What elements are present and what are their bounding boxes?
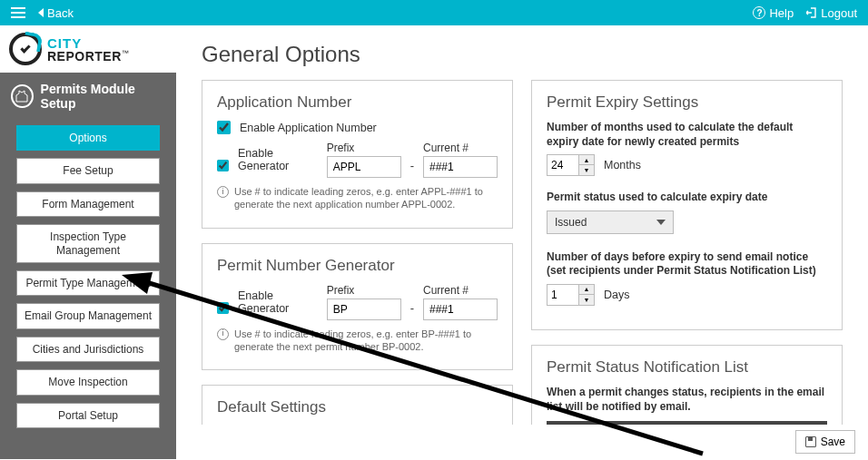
permit-prefix-label: Prefix (327, 284, 401, 297)
notify-title: Permit Status Notification List (547, 358, 827, 377)
logout-label: Logout (821, 6, 857, 20)
info-icon: i (217, 186, 229, 198)
save-bar: Save (176, 425, 855, 459)
card-application-number: Application Number Enable Application Nu… (202, 80, 513, 229)
help-link[interactable]: ?Help (753, 6, 794, 20)
brand-bottom: REPORTER (47, 49, 122, 64)
permit-current-label: Current # (423, 284, 498, 297)
nav-portal-setup[interactable]: Portal Setup (16, 403, 160, 428)
back-label: Back (47, 6, 74, 20)
permit-prefix-input[interactable] (327, 299, 401, 320)
chevron-left-icon (38, 8, 44, 17)
expiry-months-spinner[interactable]: ▲▼ (547, 154, 595, 176)
app-enable-generator-checkbox[interactable] (217, 159, 229, 172)
app-current-input[interactable] (423, 156, 498, 178)
caret-down-icon (656, 220, 666, 225)
page-title: General Options (202, 42, 843, 67)
app-enable-generator-label: Enable Generator (238, 147, 312, 172)
help-label: Help (769, 6, 794, 20)
spin-down[interactable]: ▼ (579, 295, 594, 305)
topbar: Back ?Help Logout (0, 0, 868, 25)
menu-icon[interactable] (11, 7, 25, 18)
content-scroll[interactable]: General Options Application Number Enabl… (176, 25, 868, 459)
logo-mark (9, 33, 42, 65)
nav-permit-type[interactable]: Permit Type Management (16, 270, 160, 296)
defaults-title: Default Settings (217, 398, 498, 416)
nav-inspection-type[interactable]: Inspection Type Management (16, 224, 160, 263)
card-permit-number: Permit Number Generator Enable Generator… (202, 243, 513, 371)
save-icon (805, 436, 816, 447)
nav-form-management[interactable]: Form Management (16, 191, 160, 217)
expiry-status-select[interactable]: Issued (547, 210, 674, 234)
enable-app-number-label: Enable Application Number (240, 122, 377, 134)
expiry-days-spinner[interactable]: ▲▼ (547, 284, 595, 306)
module-header: Permits Module Setup (0, 73, 176, 120)
nav-fee-setup[interactable]: Fee Setup (16, 158, 160, 183)
enable-app-number-checkbox[interactable] (217, 121, 231, 134)
app-num-title: Application Number (217, 93, 498, 112)
app-prefix-label: Prefix (327, 142, 401, 154)
nav-options[interactable]: Options (16, 125, 160, 151)
spin-up[interactable]: ▲ (579, 155, 594, 165)
expiry-status-label: Permit status used to calculate expiry d… (547, 191, 827, 205)
card-expiry-settings: Permit Expiry Settings Number of months … (531, 80, 843, 330)
spin-down[interactable]: ▼ (579, 165, 594, 175)
back-link[interactable]: Back (38, 6, 74, 20)
module-title: Permits Module Setup (41, 82, 165, 111)
expiry-months-label: Number of months used to calculate the d… (547, 121, 827, 149)
permit-num-title: Permit Number Generator (217, 257, 498, 275)
permit-hint: Use # to indicate leading zeros, e.g. en… (234, 328, 498, 354)
notify-desc: When a permit changes status, recipients… (547, 386, 827, 414)
spin-up[interactable]: ▲ (579, 285, 594, 295)
help-icon: ? (753, 6, 765, 19)
nav-cities[interactable]: Cities and Jurisdictions (16, 337, 160, 362)
permit-enable-generator-label: Enable Generator (238, 289, 312, 315)
brand-top: CITY (47, 36, 129, 50)
expiry-months-input[interactable] (547, 155, 578, 175)
brand-logo: CITY REPORTER™ (0, 25, 176, 73)
expiry-days-unit: Days (604, 289, 629, 301)
nav-email-group[interactable]: Email Group Management (16, 303, 160, 328)
save-button[interactable]: Save (795, 430, 855, 454)
main: General Options Application Number Enabl… (176, 25, 868, 459)
permit-current-input[interactable] (423, 299, 498, 320)
expiry-days-label: Number of days before expiry to send ema… (547, 250, 827, 279)
nav-move-inspection[interactable]: Move Inspection (16, 369, 160, 395)
expiry-title: Permit Expiry Settings (547, 93, 827, 112)
permit-enable-generator-checkbox[interactable] (217, 301, 229, 315)
expiry-months-unit: Months (604, 159, 641, 171)
sidebar: CITY REPORTER™ Permits Module Setup Opti… (0, 25, 176, 459)
expiry-status-value: Issued (555, 216, 587, 229)
dash: - (410, 159, 414, 178)
logout-icon (806, 7, 817, 18)
logout-link[interactable]: Logout (806, 6, 857, 20)
info-icon: i (217, 328, 229, 340)
module-icon (11, 84, 34, 108)
app-hint: Use # to indicate leading zeros, e.g. en… (234, 185, 498, 211)
trademark: ™ (122, 49, 129, 57)
app-prefix-input[interactable] (327, 156, 401, 178)
expiry-days-input[interactable] (547, 285, 578, 305)
save-label: Save (821, 436, 845, 448)
nav: Options Fee Setup Form Management Inspec… (0, 120, 176, 445)
dash: - (410, 301, 414, 320)
app-current-label: Current # (423, 142, 498, 154)
